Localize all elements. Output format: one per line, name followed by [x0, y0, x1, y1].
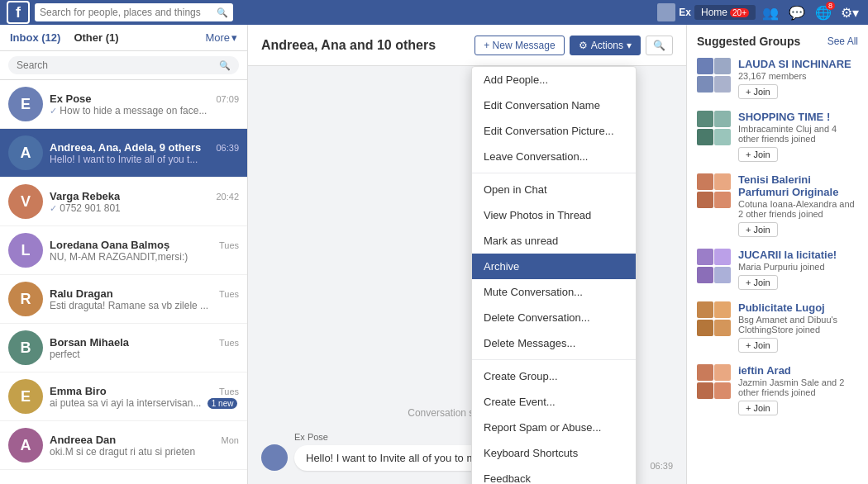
main-layout: Inbox (12) Other (1) More ▾ 🔍 E Ex Pose …: [0, 25, 868, 484]
menu-divider: [472, 359, 636, 360]
group-name[interactable]: LAUDA SI INCHINARE: [738, 58, 858, 70]
search-icon: 🔍: [217, 7, 228, 18]
conversation-search: 🔍: [0, 51, 247, 80]
conv-avatar: V: [8, 184, 43, 219]
menu-item-edit-picture[interactable]: Edit Conversation Picture...: [472, 118, 636, 144]
groups-list: LAUDA SI INCHINARE 23,167 members + Join…: [697, 58, 858, 415]
join-button[interactable]: + Join: [738, 222, 778, 237]
more-button[interactable]: More ▾: [205, 31, 237, 44]
inbox-tab[interactable]: Inbox (12): [10, 31, 60, 44]
conv-preview: ✓ 0752 901 801: [50, 202, 239, 214]
conv-name: Andreea Dan: [50, 434, 116, 446]
top-navigation: f 🔍 Ex Home 20+ 👥 💬 🌐8 ⚙▾: [0, 0, 868, 25]
menu-item-edit-name[interactable]: Edit Conversation Name: [472, 93, 636, 118]
other-tab[interactable]: Other (1): [74, 31, 118, 44]
home-button[interactable]: Home 20+: [694, 5, 756, 20]
sidebar-title: Suggested Groups: [697, 35, 800, 48]
group-name[interactable]: ieftin Arad: [738, 364, 858, 377]
sender-avatar: [261, 444, 288, 471]
conv-info: Borsan Mihaela Tues perfect: [50, 336, 239, 360]
menu-item-create-event[interactable]: Create Event...: [472, 389, 636, 415]
conversation-item[interactable]: E Ex Pose 07:09 ✓ How to hide a message …: [0, 80, 247, 129]
group-name[interactable]: SHOPPING TIME !: [738, 111, 858, 123]
menu-item-delete-msgs[interactable]: Delete Messages...: [472, 330, 636, 356]
search-button[interactable]: 🔍: [646, 36, 673, 55]
chat-header: Andreea, Ana and 10 others + New Message…: [248, 25, 686, 66]
join-button[interactable]: + Join: [738, 275, 778, 290]
see-all-link[interactable]: See All: [827, 36, 858, 47]
group-avatar-grid: [697, 364, 732, 399]
user-avatar: [657, 3, 675, 21]
conv-avatar: E: [8, 379, 43, 414]
menu-item-feedback[interactable]: Feedback: [472, 466, 636, 484]
menu-item-delete-conv[interactable]: Delete Conversation...: [472, 305, 636, 330]
menu-item-add-people[interactable]: Add People...: [472, 67, 636, 93]
conv-info: Ralu Dragan Tues Esti draguta! Ramane sa…: [50, 287, 239, 311]
conv-name: Ralu Dragan: [50, 287, 113, 300]
join-button[interactable]: + Join: [738, 338, 778, 353]
conv-name: Emma Biro: [50, 385, 107, 397]
group-info: LAUDA SI INCHINARE 23,167 members + Join: [738, 58, 858, 99]
group-sub: Maria Purpuriu joined: [738, 262, 858, 272]
chat-title: Andreea, Ana and 10 others: [261, 38, 436, 53]
conv-avatar: B: [8, 330, 43, 365]
inbox-header: Inbox (12) Other (1) More ▾: [0, 25, 247, 51]
conversation-item[interactable]: L Loredana Oana Balmoș Tues NU, M-AM RAZ…: [0, 226, 247, 275]
home-count: 20+: [730, 8, 749, 17]
conv-time: Tues: [219, 240, 239, 250]
conv-info: Andreea Dan Mon oki.M si ce dragut ri at…: [50, 434, 239, 458]
unread-badge: 1 new: [207, 398, 238, 409]
group-info: ieftin Arad Jazmin Jasmin Sale and 2 oth…: [738, 364, 858, 415]
actions-button[interactable]: ⚙ Actions ▾: [570, 36, 641, 55]
group-sub: Jazmin Jasmin Sale and 2 other friends j…: [738, 377, 858, 397]
home-label: Home: [701, 7, 727, 18]
messages-icon[interactable]: 💬: [785, 3, 808, 21]
group-name[interactable]: Tenisi Balerini Parfumuri Originale: [738, 173, 858, 198]
conversation-search-input[interactable]: [17, 59, 216, 71]
search-bar[interactable]: 🔍: [35, 3, 233, 21]
group-info: Tenisi Balerini Parfumuri Originale Cotu…: [738, 173, 858, 237]
group-item: Publicitate Lugoj Bsg Amanet and Dibuu's…: [697, 301, 858, 353]
conv-preview: oki.M si ce dragut ri atu si prieten: [50, 446, 239, 458]
conversation-item[interactable]: A Andreea Dan Mon oki.M si ce dragut ri …: [0, 421, 247, 470]
menu-item-archive[interactable]: Archive: [472, 254, 636, 279]
nav-right: Ex Home 20+ 👥 💬 🌐8 ⚙▾: [657, 3, 861, 21]
menu-item-view-photos[interactable]: View Photos in Thread: [472, 202, 636, 228]
menu-item-keyboard[interactable]: Keyboard Shortcuts: [472, 440, 636, 466]
menu-item-mark-unread[interactable]: Mark as unread: [472, 228, 636, 254]
conversation-item[interactable]: E Emma Biro Tues ai putea sa vi ayi la i…: [0, 372, 247, 421]
conv-name: Loredana Oana Balmoș: [50, 239, 169, 251]
menu-item-open-chat[interactable]: Open in Chat: [472, 177, 636, 202]
friends-icon[interactable]: 👥: [759, 3, 782, 21]
menu-item-mute[interactable]: Mute Conversation...: [472, 279, 636, 305]
conv-preview: Hello! I want to Invite all of you t...: [50, 154, 239, 165]
conv-name: Andreea, Ana, Adela, 9 others: [50, 141, 201, 154]
sidebar-header: Suggested Groups See All: [697, 35, 858, 48]
join-button[interactable]: + Join: [738, 401, 778, 415]
menu-item-create-group[interactable]: Create Group...: [472, 363, 636, 389]
menu-item-report-spam[interactable]: Report Spam or Abuse...: [472, 415, 636, 440]
conv-avatar: A: [8, 135, 43, 170]
conversation-item[interactable]: R Ralu Dragan Tues Esti draguta! Ramane …: [0, 275, 247, 324]
conversation-item[interactable]: B Borsan Mihaela Tues perfect: [0, 324, 247, 372]
read-checkmark: ✓: [50, 106, 57, 116]
conversation-item[interactable]: A Andreea, Ana, Adela, 9 others 06:39 He…: [0, 129, 247, 178]
conversation-item[interactable]: V Varga Rebeka 20:42 ✓ 0752 901 801: [0, 178, 247, 226]
conv-name: Varga Rebeka: [50, 190, 120, 202]
search-input[interactable]: [40, 7, 213, 18]
conv-name: Ex Pose: [50, 93, 92, 105]
nav-user[interactable]: Ex: [657, 3, 691, 21]
join-button[interactable]: + Join: [738, 84, 778, 99]
group-members: 23,167 members: [738, 71, 858, 81]
settings-icon[interactable]: ⚙▾: [838, 3, 861, 21]
group-name[interactable]: JUCARII la licitatie!: [738, 249, 858, 261]
conv-info: Andreea, Ana, Adela, 9 others 06:39 Hell…: [50, 141, 239, 165]
conv-preview: ai putea sa vi ayi la interservisan... 1…: [50, 397, 239, 409]
conv-info: Varga Rebeka 20:42 ✓ 0752 901 801: [50, 190, 239, 214]
conversation-list: E Ex Pose 07:09 ✓ How to hide a message …: [0, 80, 247, 484]
menu-item-leave[interactable]: Leave Conversation...: [472, 144, 636, 169]
notifications-icon[interactable]: 🌐8: [812, 3, 835, 21]
join-button[interactable]: + Join: [738, 147, 778, 162]
new-message-button[interactable]: + New Message: [475, 36, 564, 55]
group-name[interactable]: Publicitate Lugoj: [738, 301, 858, 314]
